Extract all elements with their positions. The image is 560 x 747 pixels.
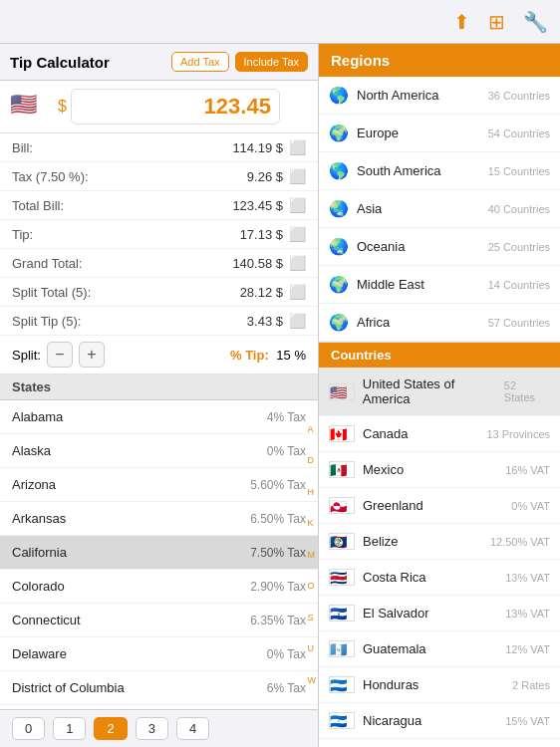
country-mexico[interactable]: 🇲🇽 Mexico 16% VAT <box>319 452 560 488</box>
country-info: 16% VAT <box>505 464 550 476</box>
region-name: Oceania <box>357 239 405 254</box>
tip-value: 17.13 $ ⬜ <box>240 226 306 242</box>
country-info: 13 Provinces <box>486 428 550 440</box>
tab-2[interactable]: 2 <box>94 717 127 740</box>
country-costa-rica[interactable]: 🇨🇷 Costa Rica 13% VAT <box>319 560 560 596</box>
state-tax: 7.50% Tax <box>250 546 306 560</box>
tip-row: Tip: 17.13 $ ⬜ <box>0 220 318 249</box>
split-increment-button[interactable]: + <box>79 342 105 368</box>
country-nicaragua[interactable]: 🇳🇮 Nicaragua 15% VAT <box>319 703 560 739</box>
region-icon: 🌏 <box>329 237 349 256</box>
state-tax: 0% Tax <box>267 647 306 661</box>
alpha-m[interactable]: M <box>308 551 317 560</box>
belize-flag: 🇧🇿 <box>329 533 355 550</box>
country-guatemala[interactable]: 🇬🇹 Guatemala 12% VAT <box>319 631 560 667</box>
country-usa[interactable]: 🇺🇸 United States of America 52 States <box>319 368 560 416</box>
country-info: 2 Rates <box>512 679 550 691</box>
grand-total-label: Grand Total: <box>12 256 83 271</box>
country-left: 🇲🇽 Mexico <box>329 461 404 478</box>
country-belize[interactable]: 🇧🇿 Belize 12.50% VAT <box>319 524 560 560</box>
region-count: 54 Countries <box>488 127 550 139</box>
alpha-s[interactable]: S <box>308 614 317 622</box>
settings-icon[interactable]: 🔧 <box>523 10 548 34</box>
left-header: Tip Calculator Add Tax Include Tax <box>0 44 318 81</box>
alpha-w[interactable]: W <box>308 676 317 685</box>
usa-flag: 🇺🇸 <box>329 383 355 400</box>
country-info: 12% VAT <box>505 643 550 655</box>
region-north-america[interactable]: 🌎 North America 36 Countries <box>319 77 560 115</box>
country-name: Nicaragua <box>363 713 421 728</box>
country-canada[interactable]: 🇨🇦 Canada 13 Provinces <box>319 416 560 452</box>
split-tip-copy-icon[interactable]: ⬜ <box>289 313 306 329</box>
country-info: 52 States <box>504 379 550 403</box>
mexico-flag: 🇲🇽 <box>329 461 355 478</box>
country-left: 🇭🇳 Honduras <box>329 676 419 693</box>
country-name: El Salvador <box>363 606 428 621</box>
region-africa[interactable]: 🌍 Africa 57 Countries <box>319 304 560 342</box>
region-europe[interactable]: 🌍 Europe 54 Countries <box>319 115 560 152</box>
alpha-u[interactable]: U <box>308 644 317 653</box>
list-item[interactable]: California 7.50% Tax <box>0 536 318 570</box>
region-left: 🌎 North America <box>329 86 438 105</box>
country-name: United States of America <box>363 376 504 406</box>
add-tax-button[interactable]: Add Tax <box>171 52 229 72</box>
nicaragua-flag: 🇳🇮 <box>329 712 355 729</box>
state-name: District of Columbia <box>12 680 125 695</box>
states-list: Alabama 4% Tax Alaska 0% Tax Arizona 5.6… <box>0 400 318 709</box>
bill-value: 114.19 $ ⬜ <box>232 139 306 155</box>
list-item[interactable]: Connecticut 6.35% Tax <box>0 604 318 637</box>
region-south-america[interactable]: 🌎 South America 15 Countries <box>319 152 560 190</box>
split-controls-row: Split: − + % Tip: 15 % <box>0 336 318 374</box>
state-tax: 6% Tax <box>267 681 306 695</box>
split-decrement-button[interactable]: − <box>47 342 73 368</box>
alpha-a[interactable]: A <box>308 425 317 434</box>
country-panama[interactable]: 🇵🇦 Panama 2 Rates <box>319 739 560 747</box>
include-tax-button[interactable]: Include Tax <box>235 52 308 72</box>
country-name: Greenland <box>363 498 423 513</box>
alpha-h[interactable]: H <box>308 488 317 497</box>
list-item[interactable]: Alabama 4% Tax <box>0 400 318 434</box>
country-el-salvador[interactable]: 🇸🇻 El Salvador 13% VAT <box>319 596 560 631</box>
split-total-copy-icon[interactable]: ⬜ <box>289 284 306 300</box>
tab-1[interactable]: 1 <box>53 717 86 740</box>
country-left: 🇳🇮 Nicaragua <box>329 712 421 729</box>
list-item[interactable]: Florida 6% Tax <box>0 705 318 709</box>
region-count: 15 Countries <box>488 165 550 177</box>
split-controls: Split: − + <box>12 342 105 368</box>
list-item[interactable]: Arkansas 6.50% Tax <box>0 502 318 536</box>
tab-0[interactable]: 0 <box>12 717 45 740</box>
state-tax: 6.35% Tax <box>250 614 306 627</box>
region-oceania[interactable]: 🌏 Oceania 25 Countries <box>319 228 560 266</box>
region-middle-east[interactable]: 🌍 Middle East 14 Countries <box>319 266 560 304</box>
tab-3[interactable]: 3 <box>136 717 168 740</box>
tax-buttons: Add Tax Include Tax <box>171 52 308 72</box>
list-item[interactable]: District of Columbia 6% Tax <box>0 671 318 705</box>
list-item[interactable]: Delaware 0% Tax <box>0 637 318 671</box>
alpha-o[interactable]: O <box>308 582 317 591</box>
country-honduras[interactable]: 🇭🇳 Honduras 2 Rates <box>319 667 560 703</box>
country-name: Mexico <box>363 462 404 477</box>
region-name: Africa <box>357 315 390 330</box>
share-icon[interactable]: ⬆ <box>453 10 470 34</box>
bill-copy-icon[interactable]: ⬜ <box>289 139 306 155</box>
region-asia[interactable]: 🌏 Asia 40 Countries <box>319 190 560 228</box>
region-left: 🌎 South America <box>329 161 441 180</box>
split-tip-value: 3.43 $ ⬜ <box>247 313 306 329</box>
list-item[interactable]: Alaska 0% Tax <box>0 434 318 468</box>
alpha-d[interactable]: D <box>308 456 317 465</box>
states-section-header: States <box>0 374 318 400</box>
tip-percent-display: % Tip: 15 % <box>220 348 306 363</box>
list-item[interactable]: Arizona 5.60% Tax <box>0 468 318 502</box>
country-name: Costa Rica <box>363 570 426 585</box>
tip-copy-icon[interactable]: ⬜ <box>289 226 306 242</box>
list-item[interactable]: Colorado 2.90% Tax <box>0 570 318 604</box>
bill-amount-input[interactable] <box>71 89 280 124</box>
total-bill-copy-icon[interactable]: ⬜ <box>289 197 306 213</box>
calculator-icon[interactable]: ⊞ <box>488 10 505 34</box>
tax-copy-icon[interactable]: ⬜ <box>289 168 306 184</box>
grand-total-copy-icon[interactable]: ⬜ <box>289 255 306 271</box>
alpha-k[interactable]: K <box>308 519 317 528</box>
tab-4[interactable]: 4 <box>176 717 209 740</box>
country-greenland[interactable]: 🇬🇱 Greenland 0% VAT <box>319 488 560 524</box>
region-name: North America <box>357 88 438 103</box>
